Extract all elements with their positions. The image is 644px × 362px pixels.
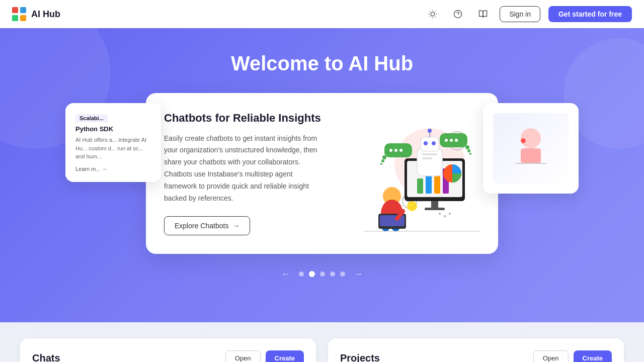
chats-card-header: Chats Open Create: [32, 350, 304, 362]
docs-button[interactable]: [474, 6, 492, 23]
svg-line-12: [435, 11, 436, 12]
svg-line-11: [430, 17, 430, 17]
svg-rect-36: [422, 157, 432, 159]
navbar-title: AI Hub: [31, 9, 60, 20]
svg-point-47: [469, 153, 471, 155]
svg-rect-28: [425, 208, 445, 210]
svg-point-59: [439, 213, 441, 215]
navbar: AI Hub Sign in Get started for free: [0, 0, 644, 28]
navbar-actions: Sign in Get started for free: [424, 6, 632, 23]
svg-rect-22: [417, 178, 423, 194]
svg-point-62: [407, 201, 417, 211]
side-card-left-text: AI Hub offers a... integrate AI Hu... cu…: [75, 136, 151, 161]
svg-rect-3: [20, 15, 26, 21]
carousel-side-left: Scalabi... Python SDK AI Hub offers a...…: [65, 103, 161, 182]
svg-point-39: [381, 159, 384, 162]
svg-point-38: [382, 155, 386, 159]
svg-point-42: [394, 149, 397, 152]
svg-rect-23: [426, 173, 432, 194]
svg-rect-24: [434, 176, 440, 194]
svg-point-46: [467, 149, 470, 152]
help-icon: [453, 10, 462, 19]
svg-point-40: [380, 163, 382, 165]
svg-rect-37: [384, 143, 412, 157]
svg-point-32: [432, 141, 436, 145]
card-text: Easily create chatbots to get instant in…: [164, 133, 323, 205]
svg-rect-64: [521, 148, 541, 163]
svg-point-60: [444, 215, 446, 217]
svg-rect-1: [20, 7, 26, 13]
projects-card: Projects Open Create: [328, 338, 624, 362]
carousel-controls: ← →: [278, 266, 366, 282]
projects-actions: Open Create: [533, 350, 612, 362]
svg-point-65: [521, 138, 526, 143]
chats-create-button[interactable]: Create: [266, 350, 304, 362]
carousel-main-card: Chatbots for Reliable Insights Easily cr…: [146, 93, 498, 254]
projects-title: Projects: [340, 352, 380, 362]
carousel-prev-button[interactable]: ←: [278, 266, 294, 282]
svg-point-4: [431, 12, 435, 16]
svg-line-7: [430, 11, 430, 12]
svg-point-61: [449, 213, 451, 215]
sun-icon: [428, 10, 437, 19]
chats-title: Chats: [32, 352, 60, 362]
svg-rect-2: [12, 15, 18, 21]
carousel: Scalabi... Python SDK AI Hub offers a...…: [146, 93, 498, 254]
side-card-left-learn[interactable]: Learn m... →: [75, 166, 151, 172]
svg-point-50: [455, 139, 458, 142]
carousel-dot-0[interactable]: [299, 272, 304, 277]
hero-title: Welcome to AI Hub: [231, 52, 413, 75]
svg-point-41: [389, 149, 392, 152]
svg-rect-30: [421, 137, 439, 151]
card-content: Chatbots for Reliable Insights Easily cr…: [164, 112, 323, 236]
svg-rect-0: [12, 7, 18, 13]
hero-section: Welcome to AI Hub Scalabi... Python SDK …: [0, 28, 644, 322]
svg-point-31: [424, 141, 428, 145]
svg-point-48: [445, 139, 448, 142]
carousel-dot-3[interactable]: [330, 272, 335, 277]
aihub-logo-icon: [12, 7, 26, 21]
bottom-section: Chats Open Create Projects Open: [0, 322, 644, 362]
svg-point-34: [428, 129, 432, 133]
arrow-icon: →: [102, 166, 108, 172]
card-title: Chatbots for Reliable Insights: [164, 112, 323, 125]
help-button[interactable]: [449, 6, 466, 23]
get-started-button[interactable]: Get started for free: [548, 6, 632, 22]
svg-point-45: [465, 145, 469, 149]
chats-open-button[interactable]: Open: [225, 350, 261, 362]
side-card-left-badge: Scalabi...: [75, 114, 108, 122]
projects-create-button[interactable]: Create: [574, 350, 612, 362]
svg-point-43: [399, 149, 403, 152]
carousel-next-button[interactable]: →: [350, 266, 366, 282]
side-card-left-title: Python SDK: [75, 125, 151, 133]
carousel-side-right: [483, 103, 579, 194]
projects-open-button[interactable]: Open: [533, 350, 569, 362]
carousel-dot-2[interactable]: [320, 272, 325, 277]
chatbot-illustration: [339, 113, 480, 234]
svg-point-63: [521, 128, 541, 148]
carousel-dot-1[interactable]: [309, 271, 315, 277]
explore-chatbots-button[interactable]: Explore Chatbots →: [164, 216, 250, 235]
svg-rect-35: [422, 153, 437, 155]
navbar-brand: AI Hub: [12, 7, 60, 21]
chats-actions: Open Create: [225, 350, 304, 362]
projects-card-header: Projects Open Create: [340, 350, 612, 362]
svg-rect-29: [417, 148, 442, 176]
svg-rect-44: [440, 133, 467, 147]
svg-line-8: [435, 17, 436, 17]
card-illustration: [339, 113, 480, 234]
side-right-illustration: [506, 123, 556, 173]
signin-button[interactable]: Sign in: [500, 6, 540, 22]
svg-rect-27: [431, 201, 438, 209]
carousel-dot-4[interactable]: [340, 272, 345, 277]
book-icon: [478, 10, 488, 19]
theme-toggle-button[interactable]: [424, 6, 441, 23]
chats-card: Chats Open Create: [20, 338, 316, 362]
arrow-right-icon: →: [232, 222, 239, 230]
svg-point-49: [450, 139, 453, 142]
